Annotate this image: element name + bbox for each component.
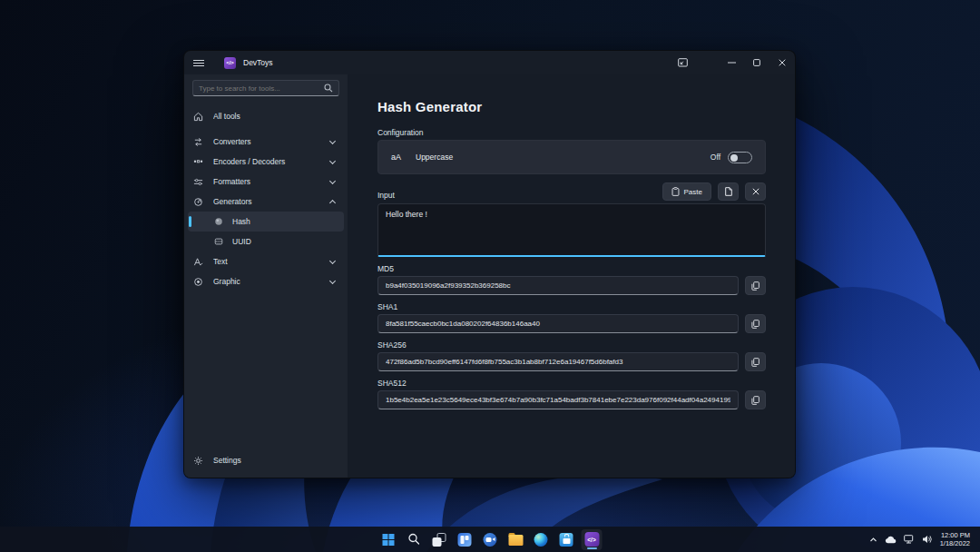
widgets-button[interactable] xyxy=(455,529,475,550)
sidebar-nav: Converters Encoders / Decoders Formatter… xyxy=(184,132,348,291)
taskbar-center-icons: </> xyxy=(378,527,603,552)
onedrive-cloud-icon[interactable] xyxy=(885,536,897,544)
store-icon xyxy=(560,533,573,547)
formatters-icon xyxy=(193,177,203,187)
md5-copy-button[interactable] xyxy=(745,276,766,295)
home-icon xyxy=(193,112,203,122)
chat-icon xyxy=(484,533,497,547)
clock-time: 12:00 PM xyxy=(940,531,970,539)
widgets-icon xyxy=(458,533,472,547)
sidebar-item-label: Graphic xyxy=(213,277,330,286)
title-bar: </> DevToys xyxy=(184,51,795,74)
folder-icon xyxy=(508,535,523,546)
clock[interactable]: 12:00 PM 1/18/2022 xyxy=(940,531,970,547)
input-textarea[interactable]: Hello there ! xyxy=(377,203,766,257)
sidebar-item-label: Generators xyxy=(213,197,330,206)
uppercase-setting-card: aA Uppercase Off xyxy=(377,140,766,174)
generators-icon xyxy=(193,197,203,207)
sidebar-item-label: Settings xyxy=(213,456,338,465)
task-view-button[interactable] xyxy=(429,529,450,550)
toggle-state-label: Off xyxy=(710,153,720,162)
start-button[interactable] xyxy=(378,529,399,550)
system-tray: 12:00 PM 1/18/2022 xyxy=(869,527,980,552)
page-title: Hash Generator xyxy=(377,99,766,114)
chevron-down-icon xyxy=(329,137,336,143)
sidebar-item-label: UUID xyxy=(232,237,335,246)
close-button[interactable] xyxy=(769,51,795,74)
chat-button[interactable] xyxy=(480,529,501,550)
compact-overlay-icon[interactable] xyxy=(670,51,695,74)
window-title: DevToys xyxy=(243,58,273,67)
paste-button[interactable]: Paste xyxy=(662,182,711,201)
sha512-label: SHA512 xyxy=(377,379,766,388)
sha1-label: SHA1 xyxy=(377,302,766,311)
hamburger-menu-button[interactable] xyxy=(193,51,217,74)
network-icon[interactable] xyxy=(904,535,915,544)
sha256-output-field[interactable] xyxy=(377,352,739,371)
maximize-button[interactable] xyxy=(744,51,769,74)
sidebar-item-hash[interactable]: Hash xyxy=(188,212,344,232)
devtoys-taskbar-button[interactable]: </> xyxy=(582,529,603,550)
clear-input-button[interactable] xyxy=(745,182,766,201)
chevron-up-icon xyxy=(329,200,336,206)
chevron-down-icon xyxy=(329,177,336,183)
sha1-row xyxy=(377,314,766,333)
sidebar-item-generators[interactable]: Generators xyxy=(184,192,348,212)
sidebar-item-label: All tools xyxy=(213,112,338,121)
microsoft-store-button[interactable] xyxy=(556,529,577,550)
copy-icon xyxy=(751,320,760,329)
paste-button-label: Paste xyxy=(684,188,702,196)
sidebar-item-graphic[interactable]: Graphic xyxy=(184,271,348,291)
copy-icon xyxy=(751,358,760,367)
sidebar-item-all-tools[interactable]: All tools xyxy=(184,106,348,126)
configuration-label: Configuration xyxy=(377,128,766,137)
desktop: </> DevToys xyxy=(0,0,980,552)
sidebar-item-uuid[interactable]: UUID xyxy=(188,232,344,251)
md5-row xyxy=(377,276,766,295)
sidebar-item-label: Text xyxy=(213,257,330,266)
sidebar-item-encoders-decoders[interactable]: Encoders / Decoders xyxy=(184,152,348,172)
search-input[interactable] xyxy=(199,84,324,93)
sha256-label: SHA256 xyxy=(377,340,766,350)
devtoys-logo-icon: </> xyxy=(224,57,236,69)
sidebar-item-converters[interactable]: Converters xyxy=(184,132,348,152)
sha1-output-field[interactable] xyxy=(377,314,739,333)
devtoys-icon: </> xyxy=(584,532,599,547)
sha512-output-field[interactable] xyxy=(377,390,739,409)
copy-icon xyxy=(751,396,760,405)
open-file-button[interactable] xyxy=(718,182,739,201)
clock-date: 1/18/2022 xyxy=(940,539,970,547)
file-explorer-button[interactable] xyxy=(505,529,526,550)
input-header: Input Paste xyxy=(377,182,766,201)
hidden-icons-chevron-up-icon[interactable] xyxy=(869,537,877,543)
volume-icon[interactable] xyxy=(922,535,933,544)
sha256-copy-button[interactable] xyxy=(745,352,766,371)
sha512-row xyxy=(377,390,766,409)
sha1-copy-button[interactable] xyxy=(745,314,766,333)
sidebar-item-label: Converters xyxy=(213,137,330,146)
toggle-knob xyxy=(730,154,738,162)
chevron-down-icon xyxy=(329,257,336,263)
sidebar-item-settings[interactable]: Settings xyxy=(184,450,348,470)
sidebar-item-formatters[interactable]: Formatters xyxy=(184,172,348,192)
sidebar-item-label: Hash xyxy=(232,217,335,226)
search-icon[interactable] xyxy=(324,80,333,96)
md5-output-field[interactable] xyxy=(377,276,739,295)
uppercase-toggle[interactable] xyxy=(728,152,752,163)
taskbar-search-button[interactable] xyxy=(404,529,425,550)
sha512-copy-button[interactable] xyxy=(745,390,766,409)
copy-icon xyxy=(751,281,760,291)
edge-icon xyxy=(534,533,548,547)
hash-icon xyxy=(213,217,223,227)
sidebar-item-text[interactable]: Text xyxy=(184,251,348,271)
gear-icon xyxy=(193,456,203,466)
text-icon xyxy=(193,257,203,267)
tool-search-box[interactable] xyxy=(192,80,339,96)
md5-label: MD5 xyxy=(377,264,766,273)
active-app-indicator xyxy=(587,547,597,549)
input-actions: Paste xyxy=(662,182,766,201)
main-pane: Hash Generator Configuration aA Uppercas… xyxy=(348,74,795,478)
edge-button[interactable] xyxy=(531,529,552,550)
chevron-down-icon xyxy=(329,277,336,283)
minimize-button[interactable] xyxy=(719,51,744,74)
